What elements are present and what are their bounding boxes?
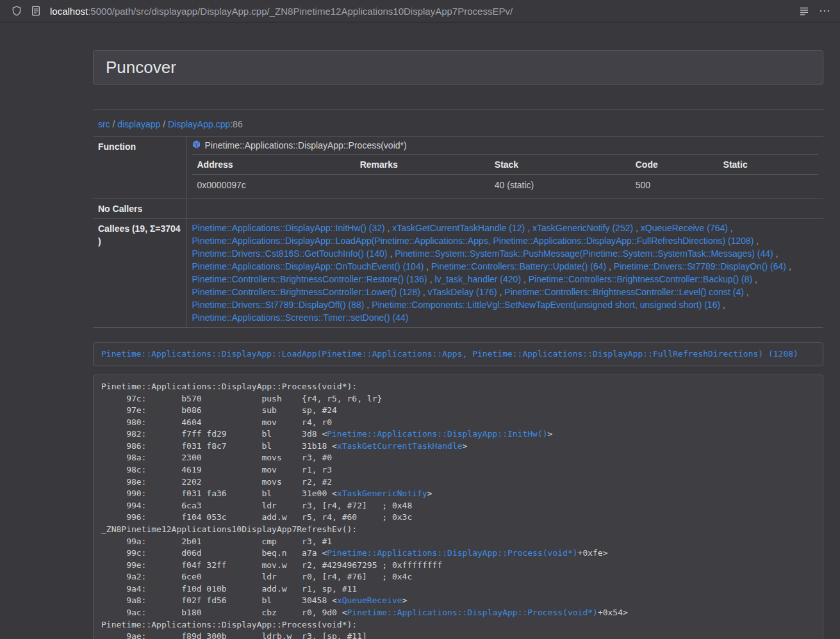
symbol-table: Function Pinetime::Applications::Display… (93, 136, 823, 328)
breadcrumb: src / displayapp / DisplayApp.cpp:86 (93, 118, 823, 131)
callee-separator: , (388, 248, 395, 259)
callee-separator: , (728, 223, 733, 233)
callee-separator: , (420, 287, 428, 297)
page-actions-menu-icon[interactable]: ⋯ (819, 5, 831, 17)
asm-symbol-link[interactable]: Pinetime::Applications::DisplayApp::Proc… (327, 548, 577, 558)
function-row: Function Pinetime::Applications::Display… (93, 137, 823, 199)
callees-row: Callees (19, Σ=3704 ) Pinetime::Applicat… (93, 219, 823, 328)
callee-link[interactable]: Pinetime::Controllers::Battery::Update()… (431, 261, 606, 271)
reader-mode-icon[interactable] (799, 6, 809, 16)
callee-link[interactable]: xTaskGenericNotify (252) (532, 223, 633, 233)
callee-link[interactable]: Pinetime::Applications::DisplayApp::Load… (192, 236, 754, 246)
callee-link[interactable]: Pinetime::Applications::DisplayApp::OnTo… (192, 261, 424, 271)
asm-symbol-link[interactable]: xTaskGetCurrentTaskHandle (337, 441, 463, 451)
callee-link[interactable]: vTaskDelay (176) (428, 287, 497, 297)
callee-link[interactable]: Pinetime::Controllers::BrightnessControl… (192, 287, 420, 297)
url-bar[interactable]: localhost:5000/path/src/displayapp/Displ… (50, 6, 789, 17)
asm-symbol-link[interactable]: xQueueReceive (337, 595, 402, 605)
callee-link[interactable]: Pinetime::Drivers::Cst816S::GetTouchInfo… (192, 248, 388, 259)
callee-link[interactable]: Pinetime::Components::LittleVgl::SetNewT… (372, 300, 720, 310)
callee-separator: , (754, 236, 759, 246)
no-callers-content (186, 199, 823, 219)
callee-separator: , (364, 300, 372, 310)
callee-link[interactable]: xTaskGetCurrentTaskHandle (12) (392, 223, 525, 233)
function-name: Pinetime::Applications::DisplayApp::Proc… (205, 140, 407, 152)
callee-link[interactable]: Pinetime::Applications::DisplayApp::Init… (192, 223, 385, 233)
callee-separator: , (786, 261, 791, 271)
callee-link[interactable]: xQueueReceive (764) (641, 223, 728, 233)
callee-separator: , (525, 223, 532, 233)
function-row-label: Function (93, 137, 186, 199)
breadcrumb-link[interactable]: src (98, 119, 110, 129)
no-callers-row: No Callers (93, 199, 823, 219)
breadcrumb-link[interactable]: DisplayApp.cpp (168, 119, 230, 129)
function-row-content: Pinetime::Applications::DisplayApp::Proc… (186, 137, 823, 199)
breadcrumb-separator: / (110, 119, 118, 129)
callee-link[interactable]: lv_task_handler (420) (434, 274, 521, 284)
breadcrumb-line-number: :86 (230, 119, 242, 129)
callees-list: Pinetime::Applications::DisplayApp::Init… (186, 219, 823, 328)
highlighted-symbol-box: Pinetime::Applications::DisplayApp::Load… (93, 342, 823, 366)
column-header-code: Code (630, 155, 718, 175)
callee-separator: , (521, 274, 529, 284)
callee-separator: , (633, 223, 641, 233)
function-icon (192, 140, 201, 152)
callee-separator: , (752, 274, 757, 284)
app-header-panel: Puncover (93, 50, 823, 85)
callees-label: Callees (19, Σ=3704 ) (93, 219, 186, 328)
breadcrumb-separator: / (160, 119, 168, 129)
callee-link[interactable]: Pinetime::Drivers::St7789::DisplayOff() … (192, 300, 365, 310)
no-callers-label: No Callers (93, 199, 186, 219)
callee-separator: , (427, 274, 435, 284)
callee-link[interactable]: Pinetime::Controllers::BrightnessControl… (529, 274, 752, 284)
callee-link[interactable]: Pinetime::Controllers::BrightnessControl… (504, 287, 743, 297)
callee-link[interactable]: Pinetime::Applications::Screens::Timer::… (192, 312, 409, 323)
callee-separator: , (497, 287, 505, 297)
callee-separator: , (773, 248, 778, 259)
asm-symbol-link[interactable]: Pinetime::Applications::DisplayApp::Proc… (347, 608, 598, 617)
stack-value: 40 (static) (490, 175, 630, 196)
disassembly: Pinetime::Applications::DisplayApp::Proc… (93, 375, 823, 639)
asm-symbol-link[interactable]: xTaskGenericNotify (337, 489, 427, 498)
url-path: :5000/path/src/displayapp/DisplayApp.cpp… (88, 6, 513, 17)
callee-link[interactable]: Pinetime::System::SystemTask::PushMessag… (395, 248, 773, 259)
column-header-remarks: Remarks (355, 155, 490, 175)
breadcrumb-link[interactable]: displayapp (117, 119, 160, 129)
function-detail-table: Address Remarks Stack Code Static 0x0000… (192, 154, 819, 195)
column-header-address: Address (192, 155, 355, 175)
page-title: Puncover (106, 58, 811, 76)
detail-header-row: Address Remarks Stack Code Static (192, 155, 819, 175)
column-header-static: Static (718, 155, 818, 175)
code-value: 500 (630, 175, 718, 196)
callee-link[interactable]: Pinetime::Drivers::St7789::DisplayOn() (… (614, 261, 786, 271)
page-body: Puncover src / displayapp / DisplayApp.c… (0, 22, 840, 639)
callee-separator: , (606, 261, 614, 271)
tracking-protection-shield-icon[interactable] (12, 6, 22, 16)
address-value: 0x0000097c (192, 175, 355, 196)
static-value (718, 175, 818, 196)
page-info-icon[interactable] (31, 6, 40, 16)
url-domain: localhost (50, 6, 88, 17)
callee-link[interactable]: Pinetime::Controllers::BrightnessControl… (192, 274, 427, 284)
callee-separator: , (744, 287, 749, 297)
asm-symbol-link[interactable]: Pinetime::Applications::DisplayApp::Init… (327, 429, 547, 439)
column-header-stack: Stack (490, 155, 630, 175)
detail-value-row: 0x0000097c 40 (static) 500 (192, 175, 819, 196)
callee-separator: , (720, 300, 725, 310)
highlighted-symbol-link[interactable]: Pinetime::Applications::DisplayApp::Load… (101, 349, 798, 359)
callee-separator: , (424, 261, 431, 271)
callee-separator: , (385, 223, 393, 233)
browser-chrome: localhost:5000/path/src/displayapp/Displ… (0, 0, 840, 22)
remarks-value (355, 175, 490, 196)
divider (93, 109, 823, 110)
